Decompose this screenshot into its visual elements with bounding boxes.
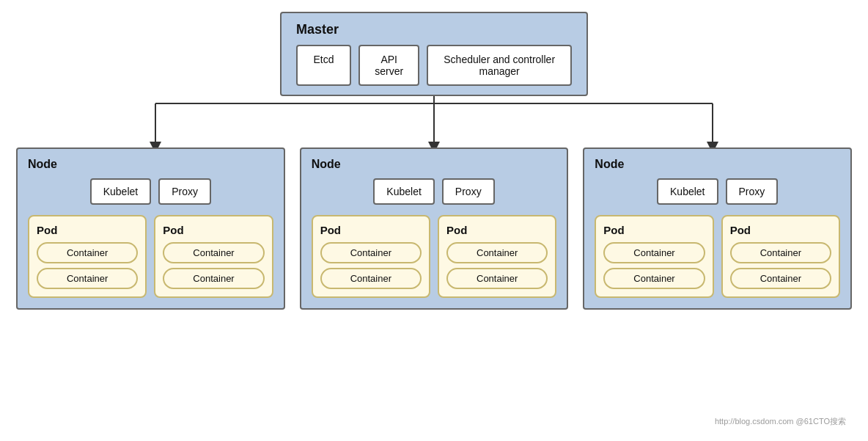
- diagram: Master Etcd API server Scheduler and con…: [16, 12, 852, 430]
- node-3-pods: Pod Container Container Pod Container Co…: [595, 215, 840, 298]
- node-2-agents: Kubelet Proxy: [312, 178, 557, 205]
- node-3-proxy: Proxy: [726, 178, 779, 205]
- node-3-pod-1-container-2: Container: [603, 268, 705, 289]
- node-1-proxy: Proxy: [158, 178, 211, 205]
- node-3-kubelet: Kubelet: [657, 178, 718, 205]
- node-1-pod-1-container-1: Container: [37, 242, 138, 263]
- node-2-pod-2-container-2: Container: [446, 268, 548, 289]
- connector-area: [16, 96, 852, 147]
- node-2-pod-1-container-2: Container: [320, 268, 422, 289]
- node-3-label: Node: [595, 158, 840, 171]
- connector-svg: [16, 96, 852, 147]
- node-3-pod-1: Pod Container Container: [595, 215, 713, 298]
- node-1-agents: Kubelet Proxy: [28, 178, 273, 205]
- node-box-1: Node Kubelet Proxy Pod Container Contain…: [16, 147, 285, 310]
- node-2-pod-2-container-1: Container: [446, 242, 548, 263]
- node-2-pod-2-label: Pod: [446, 224, 548, 236]
- node-3-pod-1-label: Pod: [603, 224, 705, 236]
- node-1-kubelet: Kubelet: [90, 178, 151, 205]
- node-3-agents: Kubelet Proxy: [595, 178, 840, 205]
- node-1-pods: Pod Container Container Pod Container Co…: [28, 215, 273, 298]
- node-1-pod-2: Pod Container Container: [154, 215, 273, 298]
- node-3-pod-2-container-2: Container: [730, 268, 831, 289]
- node-1-pod-2-container-1: Container: [163, 242, 264, 263]
- node-2-pods: Pod Container Container Pod Container Co…: [312, 215, 557, 298]
- nodes-row: Node Kubelet Proxy Pod Container Contain…: [16, 147, 852, 310]
- node-2-label: Node: [312, 158, 557, 171]
- node-1-pod-1-label: Pod: [37, 224, 138, 236]
- node-2-pod-1-container-1: Container: [320, 242, 422, 263]
- master-label: Master: [296, 22, 572, 37]
- node-box-2: Node Kubelet Proxy Pod Container Contain…: [300, 147, 569, 310]
- master-components: Etcd API server Scheduler and controller…: [296, 45, 572, 86]
- etcd-component: Etcd: [296, 45, 351, 86]
- node-1-pod-1: Pod Container Container: [28, 215, 147, 298]
- node-1-pod-2-label: Pod: [163, 224, 264, 236]
- node-3-pod-1-container-1: Container: [603, 242, 705, 263]
- node-1-label: Node: [28, 158, 273, 171]
- node-3-pod-2-container-1: Container: [730, 242, 831, 263]
- scheduler-component: Scheduler and controller manager: [427, 45, 572, 86]
- node-3-pod-2-label: Pod: [730, 224, 831, 236]
- node-1-pod-1-container-2: Container: [37, 268, 138, 289]
- api-server-component: API server: [358, 45, 419, 86]
- node-2-pod-1: Pod Container Container: [312, 215, 430, 298]
- node-2-pod-1-label: Pod: [320, 224, 422, 236]
- node-2-pod-2: Pod Container Container: [438, 215, 556, 298]
- node-1-pod-2-container-2: Container: [163, 268, 264, 289]
- node-2-proxy: Proxy: [442, 178, 495, 205]
- node-3-pod-2: Pod Container Container: [721, 215, 840, 298]
- node-2-kubelet: Kubelet: [373, 178, 434, 205]
- watermark: http://blog.csdom.com @61CTO搜索: [715, 416, 846, 427]
- master-box: Master Etcd API server Scheduler and con…: [280, 12, 588, 96]
- node-box-3: Node Kubelet Proxy Pod Container Contain…: [583, 147, 852, 310]
